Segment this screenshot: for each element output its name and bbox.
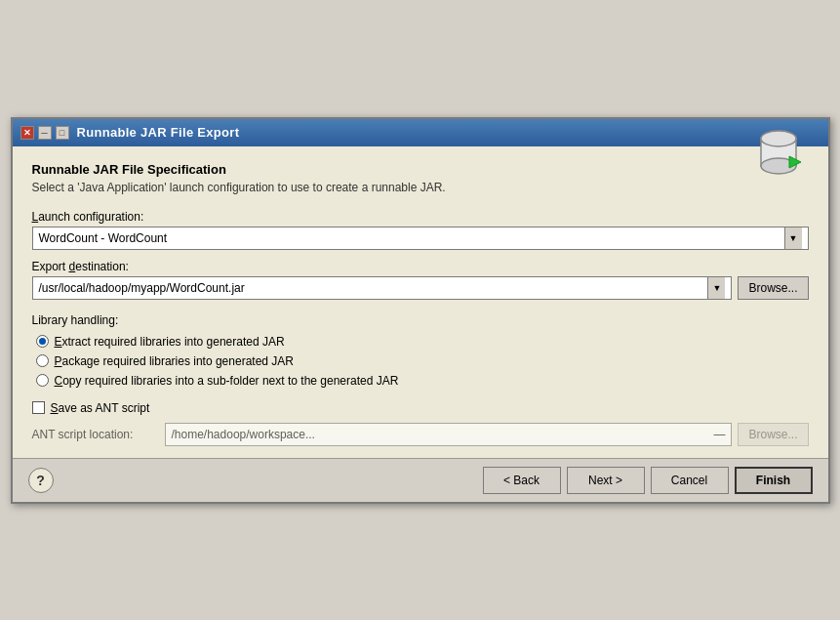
export-destination-value: /usr/local/hadoop/myapp/WordCount.jar	[39, 281, 245, 295]
radio-copy-label: Copy required libraries into a sub-folde…	[55, 374, 399, 388]
launch-config-arrow: ▼	[784, 227, 802, 249]
help-button[interactable]: ?	[28, 468, 54, 493]
radio-package-label: Package required libraries into generate…	[55, 354, 294, 368]
title-bar: ✕ ─ □ Runnable JAR File Export	[13, 119, 828, 146]
close-button[interactable]: ✕	[20, 126, 34, 140]
ant-location-value: /home/hadoop/workspace...	[172, 428, 315, 441]
launch-config-group: Launch configuration: WordCount - WordCo…	[32, 210, 809, 250]
ant-script-label: Save as ANT script	[51, 401, 150, 415]
library-option-extract[interactable]: Extract required libraries into generate…	[36, 335, 809, 349]
ant-location-row: ANT script location: /home/hadoop/worksp…	[32, 423, 809, 446]
export-destination-dropdown[interactable]: /usr/local/hadoop/myapp/WordCount.jar ▼	[32, 276, 733, 300]
launch-config-dropdown[interactable]: WordCount - WordCount ▼	[32, 227, 809, 250]
library-option-copy[interactable]: Copy required libraries into a sub-folde…	[36, 374, 809, 388]
launch-config-label: Launch configuration:	[32, 210, 809, 224]
maximize-button[interactable]: □	[56, 126, 69, 140]
wizard-icon	[750, 123, 809, 182]
radio-extract[interactable]	[36, 335, 49, 348]
window-controls: ✕ ─ □	[20, 126, 69, 140]
launch-config-underline: L	[32, 210, 39, 224]
export-browse-button[interactable]: Browse...	[738, 276, 808, 300]
export-underline: d	[69, 260, 76, 273]
ant-location-label: ANT script location:	[32, 428, 159, 441]
library-handling-section: Library handling: Extract required libra…	[32, 313, 809, 388]
export-destination-row: /usr/local/hadoop/myapp/WordCount.jar ▼ …	[32, 276, 809, 300]
ant-location-field: /home/hadoop/workspace... —	[165, 423, 733, 446]
launch-config-value: WordCount - WordCount	[39, 231, 168, 245]
section-description: Select a 'Java Application' launch confi…	[32, 181, 446, 194]
export-destination-group: Export destination: /usr/local/hadoop/my…	[32, 260, 809, 300]
back-button[interactable]: < Back	[483, 467, 561, 494]
ant-script-checkbox[interactable]	[32, 401, 45, 414]
ant-script-row[interactable]: Save as ANT script	[32, 401, 809, 415]
next-button[interactable]: Next >	[567, 467, 645, 494]
library-radio-group: Extract required libraries into generate…	[36, 335, 809, 388]
library-option-package[interactable]: Package required libraries into generate…	[36, 354, 809, 368]
radio-package[interactable]	[36, 354, 49, 367]
cancel-button[interactable]: Cancel	[651, 467, 729, 494]
radio-extract-label: Extract required libraries into generate…	[55, 335, 285, 349]
svg-point-3	[761, 131, 796, 146]
footer-bar: ? < Back Next > Cancel Finish	[13, 458, 828, 502]
ant-browse-button[interactable]: Browse...	[738, 423, 808, 446]
dialog-window: ✕ ─ □ Runnable JAR File Export Runnable …	[11, 117, 830, 504]
minimize-button[interactable]: ─	[38, 126, 52, 140]
navigation-buttons: < Back Next > Cancel Finish	[483, 467, 813, 494]
window-title: Runnable JAR File Export	[77, 125, 240, 140]
export-destination-arrow: ▼	[707, 277, 725, 299]
header-section: Runnable JAR File Specification Select a…	[32, 162, 446, 210]
radio-copy[interactable]	[36, 374, 49, 387]
ant-location-dash: —	[713, 428, 725, 441]
library-handling-label: Library handling:	[32, 313, 809, 327]
dialog-content: Runnable JAR File Specification Select a…	[13, 146, 828, 458]
section-title: Runnable JAR File Specification	[32, 162, 446, 177]
finish-button[interactable]: Finish	[735, 467, 813, 494]
export-destination-label: Export destination:	[32, 260, 809, 273]
